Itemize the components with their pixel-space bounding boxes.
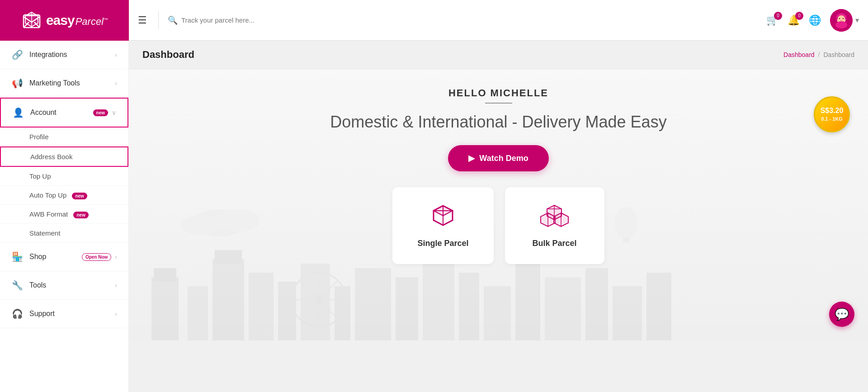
svg-rect-16 xyxy=(212,259,244,340)
submenu-item-auto-top-up[interactable]: Auto Top Up new xyxy=(0,186,128,205)
svg-point-40 xyxy=(181,215,222,235)
account-submenu: Profile Address Book Top Up Auto Top Up … xyxy=(0,128,128,243)
header-divider xyxy=(158,11,159,29)
header-actions: 🛒 0 🔔 0 🌐 ▾ xyxy=(757,9,868,32)
svg-point-11 xyxy=(839,18,840,19)
svg-point-32 xyxy=(292,273,346,327)
page-title: Dashboard xyxy=(142,49,194,61)
avatar xyxy=(830,9,853,32)
submenu-item-address-book[interactable]: Address Book xyxy=(0,146,128,167)
greeting-divider xyxy=(485,103,512,104)
language-button[interactable]: 🌐 xyxy=(809,14,821,26)
svg-rect-23 xyxy=(396,277,418,340)
svg-rect-19 xyxy=(278,282,296,340)
logo-area: easy Parcel™ xyxy=(0,0,129,41)
svg-point-46 xyxy=(615,207,637,239)
chat-icon: 💬 xyxy=(835,307,849,321)
logo-box: easy Parcel™ xyxy=(21,9,108,31)
notifications-button[interactable]: 🔔 0 xyxy=(788,14,800,26)
watch-demo-label: Watch Demo xyxy=(479,154,528,163)
svg-rect-21 xyxy=(335,286,350,340)
search-icon: 🔍 xyxy=(168,15,178,25)
sidebar-item-support[interactable]: 🎧 Support › xyxy=(0,300,128,328)
sidebar-item-account[interactable]: 👤 Account new ∨ xyxy=(0,98,128,128)
svg-rect-24 xyxy=(423,259,454,340)
menu-button[interactable]: ☰ xyxy=(129,14,156,26)
svg-point-38 xyxy=(192,209,246,236)
svg-rect-27 xyxy=(515,264,540,340)
auto-top-up-badge: new xyxy=(72,193,87,199)
account-icon: 👤 xyxy=(12,107,24,118)
cart-button[interactable]: 🛒 0 xyxy=(766,14,778,26)
shop-arrow-icon: › xyxy=(115,253,117,260)
integrations-arrow-icon: › xyxy=(115,51,117,58)
dashboard-main: HELLO MICHELLE Domestic & International … xyxy=(129,69,868,340)
breadcrumb-nav: Dashboard / Dashboard xyxy=(783,51,854,58)
submenu-item-profile[interactable]: Profile xyxy=(0,128,128,146)
sidebar-label-integrations: Integrations xyxy=(29,51,115,59)
submenu-item-top-up[interactable]: Top Up xyxy=(0,167,128,186)
svg-point-12 xyxy=(843,18,844,19)
header: easy Parcel™ ☰ 🔍 🛒 0 🔔 0 🌐 xyxy=(0,0,868,41)
breadcrumb-bar: Dashboard Dashboard / Dashboard xyxy=(129,41,868,69)
svg-point-10 xyxy=(835,21,847,28)
account-new-badge: new xyxy=(93,109,108,116)
breadcrumb-separator: / xyxy=(818,51,820,58)
breadcrumb-current: Dashboard xyxy=(824,51,855,58)
sidebar-item-marketing-tools[interactable]: 📢 Marketing Tools › xyxy=(0,69,128,98)
cart-badge: 0 xyxy=(774,12,782,20)
logo-easy-text: easy xyxy=(46,14,75,27)
chat-button[interactable]: 💬 xyxy=(829,302,854,327)
watch-demo-button[interactable]: ▶ Watch Demo xyxy=(448,145,548,171)
svg-rect-31 xyxy=(646,273,671,340)
svg-rect-28 xyxy=(545,277,581,340)
shop-icon: 🏪 xyxy=(11,251,23,263)
price-sub: 0.1 - 1KG xyxy=(821,116,843,122)
svg-rect-26 xyxy=(484,286,511,340)
sidebar-label-account: Account xyxy=(30,109,90,117)
watch-demo-play-icon: ▶ xyxy=(468,153,475,163)
price-main: S$3.20 xyxy=(821,106,844,116)
sidebar-label-shop: Shop xyxy=(29,253,78,261)
avatar-wrap[interactable]: ▾ xyxy=(830,9,859,32)
shop-open-badge: Open Now xyxy=(82,253,111,261)
svg-line-36 xyxy=(299,280,338,319)
svg-rect-20 xyxy=(301,264,330,340)
sidebar: 🔗 Integrations › 📢 Marketing Tools › 👤 A… xyxy=(0,41,129,392)
awb-format-badge: new xyxy=(73,212,88,218)
support-arrow-icon: › xyxy=(115,310,117,317)
integrations-icon: 🔗 xyxy=(11,49,23,61)
svg-point-39 xyxy=(215,209,260,232)
bulk-parcel-card[interactable]: Bulk Parcel xyxy=(505,187,604,264)
svg-line-37 xyxy=(299,280,338,319)
tools-arrow-icon: › xyxy=(115,282,117,289)
breadcrumb-link[interactable]: Dashboard xyxy=(783,51,815,58)
single-parcel-card[interactable]: Single Parcel xyxy=(392,187,493,264)
content-area: Dashboard Dashboard / Dashboard xyxy=(129,41,868,392)
svg-marker-51 xyxy=(434,206,453,216)
svg-rect-13 xyxy=(151,277,179,340)
svg-rect-15 xyxy=(188,286,208,340)
tools-icon: 🔧 xyxy=(11,279,23,291)
submenu-item-statement[interactable]: Statement xyxy=(0,224,128,243)
notif-badge: 0 xyxy=(795,12,803,20)
price-badge: S$3.20 0.1 - 1KG xyxy=(814,96,850,132)
sidebar-item-shop[interactable]: 🏪 Shop Open Now › xyxy=(0,243,128,271)
sidebar-item-tools[interactable]: 🔧 Tools › xyxy=(0,271,128,300)
avatar-chevron-icon: ▾ xyxy=(855,16,859,24)
logo-parcel-text: Parcel™ xyxy=(75,17,108,27)
svg-rect-30 xyxy=(613,286,642,340)
svg-rect-18 xyxy=(249,273,274,340)
support-icon: 🎧 xyxy=(11,308,23,320)
sidebar-label-tools: Tools xyxy=(29,281,115,289)
search-input[interactable] xyxy=(181,16,750,24)
svg-point-33 xyxy=(315,296,322,303)
single-parcel-icon xyxy=(431,203,456,232)
submenu-item-awb-format[interactable]: AWB Format new xyxy=(0,205,128,224)
account-arrow-icon: ∨ xyxy=(112,109,116,116)
sidebar-item-integrations[interactable]: 🔗 Integrations › xyxy=(0,41,128,69)
marketing-tools-arrow-icon: › xyxy=(115,80,117,87)
tagline-text: Domestic & International - Delivery Made… xyxy=(330,113,666,132)
bulk-parcel-label: Bulk Parcel xyxy=(533,239,577,248)
sidebar-label-support: Support xyxy=(29,310,115,318)
